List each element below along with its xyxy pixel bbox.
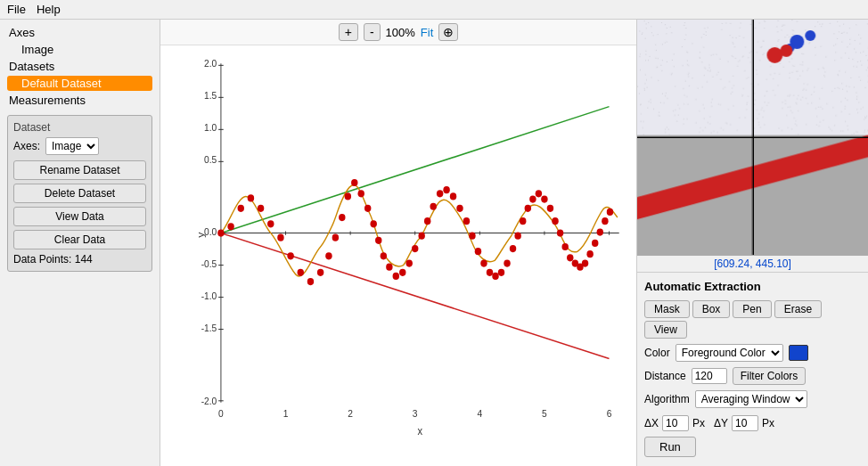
nav-datasets[interactable]: Datasets: [7, 59, 152, 74]
nav-image[interactable]: Image: [7, 42, 152, 57]
color-dropdown[interactable]: Foreground Color: [676, 344, 783, 362]
rename-dataset-button[interactable]: Rename Dataset: [13, 160, 146, 180]
svg-text:5: 5: [542, 408, 547, 420]
svg-point-39: [267, 220, 274, 227]
svg-point-77: [520, 217, 526, 225]
color-row: Color Foreground Color: [644, 344, 861, 362]
svg-point-75: [510, 245, 516, 252]
axes-select[interactable]: Image: [45, 137, 99, 155]
svg-point-52: [370, 220, 376, 227]
chart-area: + - 100% Fit ⊕ 2.0 1.5 1.0 0.5 0.0: [160, 20, 636, 466]
svg-point-53: [375, 237, 381, 244]
view-data-button[interactable]: View Data: [13, 207, 146, 226]
pen-button[interactable]: Pen: [733, 300, 771, 318]
svg-point-71: [487, 269, 493, 276]
algorithm-label: Algorithm: [644, 393, 690, 405]
svg-point-80: [536, 190, 542, 197]
svg-point-82: [547, 205, 553, 212]
svg-point-46: [332, 234, 339, 241]
nav-axes[interactable]: Axes: [7, 25, 152, 40]
dataset-panel-title: Dataset: [13, 121, 146, 134]
svg-point-69: [475, 248, 481, 255]
chart-svg: 2.0 1.5 1.0 0.5 0.0 -0.5 -1.0 -1.5 -2.0: [196, 54, 627, 439]
data-points-label: Data Points: 144: [13, 253, 146, 266]
svg-point-68: [469, 233, 475, 240]
svg-point-44: [317, 269, 323, 276]
extraction-panel: Automatic Extraction Mask Box Pen Erase …: [637, 273, 868, 464]
zoom-in-button[interactable]: +: [339, 23, 358, 41]
svg-text:-1.0: -1.0: [201, 290, 217, 301]
distance-label: Distance: [644, 370, 686, 382]
delta-y-input[interactable]: [732, 415, 758, 431]
distance-row: Distance Filter Colors: [644, 367, 861, 385]
filter-colors-button[interactable]: Filter Colors: [733, 367, 807, 385]
svg-point-55: [386, 264, 392, 271]
extraction-buttons-row: Mask Box Pen Erase View: [644, 300, 861, 339]
svg-point-54: [381, 252, 387, 259]
svg-point-48: [345, 192, 351, 200]
svg-point-83: [552, 217, 558, 225]
svg-point-73: [498, 269, 504, 276]
delete-dataset-button[interactable]: Delete Dataset: [13, 184, 146, 203]
svg-point-94: [607, 208, 613, 216]
svg-point-72: [492, 273, 498, 280]
fit-button[interactable]: Fit: [421, 26, 433, 39]
delta-row: ΔX Px ΔY Px: [644, 415, 861, 431]
nav-default-dataset[interactable]: Default Dataset: [7, 76, 152, 91]
svg-point-56: [393, 273, 399, 280]
axes-label: Axes:: [13, 140, 40, 152]
erase-button[interactable]: Erase: [774, 300, 822, 318]
color-swatch[interactable]: [789, 345, 808, 361]
svg-point-50: [358, 190, 364, 197]
svg-text:y: y: [196, 232, 206, 237]
svg-text:0.5: 0.5: [204, 154, 217, 166]
svg-point-59: [412, 245, 418, 252]
algorithm-row: Algorithm Averaging Window: [644, 390, 861, 408]
view-button[interactable]: View: [644, 321, 687, 339]
color-label: Color: [644, 347, 670, 359]
mask-button[interactable]: Mask: [644, 300, 690, 318]
menu-help[interactable]: Help: [37, 3, 61, 16]
nav-measurements[interactable]: Measurements: [7, 93, 152, 108]
svg-point-36: [238, 205, 244, 212]
zoom-out-button[interactable]: -: [364, 23, 381, 41]
svg-text:0: 0: [218, 408, 224, 420]
chart-container: 2.0 1.5 1.0 0.5 0.0 -0.5 -1.0 -1.5 -2.0: [160, 45, 636, 466]
extraction-title: Automatic Extraction: [644, 280, 861, 293]
svg-point-74: [504, 259, 510, 266]
box-button[interactable]: Box: [692, 300, 731, 318]
svg-text:1.5: 1.5: [204, 90, 217, 102]
svg-text:4: 4: [477, 408, 482, 420]
svg-point-64: [443, 186, 449, 193]
crosshair-button[interactable]: ⊕: [438, 23, 458, 41]
svg-point-51: [364, 205, 371, 212]
svg-point-37: [248, 194, 254, 201]
svg-point-91: [592, 240, 598, 247]
algorithm-select[interactable]: Averaging Window: [695, 390, 807, 408]
delta-x-input[interactable]: [662, 415, 689, 431]
menubar: File Help: [0, 0, 868, 20]
svg-text:1.0: 1.0: [204, 122, 217, 134]
menu-file[interactable]: File: [7, 3, 26, 16]
preview-area: [637, 20, 868, 256]
svg-point-66: [456, 205, 463, 212]
run-button[interactable]: Run: [644, 437, 696, 457]
svg-text:6: 6: [607, 408, 612, 420]
svg-point-57: [399, 269, 405, 276]
svg-point-61: [424, 217, 430, 225]
dataset-panel: Dataset Axes: Image Rename Dataset Delet…: [7, 115, 152, 272]
svg-point-62: [430, 203, 436, 210]
svg-point-40: [277, 234, 283, 241]
delta-x-item: ΔX Px: [644, 415, 705, 431]
svg-text:-1.5: -1.5: [201, 322, 217, 333]
svg-point-38: [258, 205, 264, 212]
coords-label: [609.24, 445.10]: [637, 256, 868, 273]
svg-point-90: [586, 250, 593, 258]
distance-input[interactable]: [692, 368, 727, 384]
svg-point-35: [227, 223, 233, 230]
clear-data-button[interactable]: Clear Data: [13, 230, 146, 249]
svg-text:2.0: 2.0: [204, 58, 217, 69]
delta-x-px: Px: [692, 417, 705, 429]
svg-point-93: [602, 217, 608, 225]
delta-x-label: ΔX: [644, 417, 659, 429]
